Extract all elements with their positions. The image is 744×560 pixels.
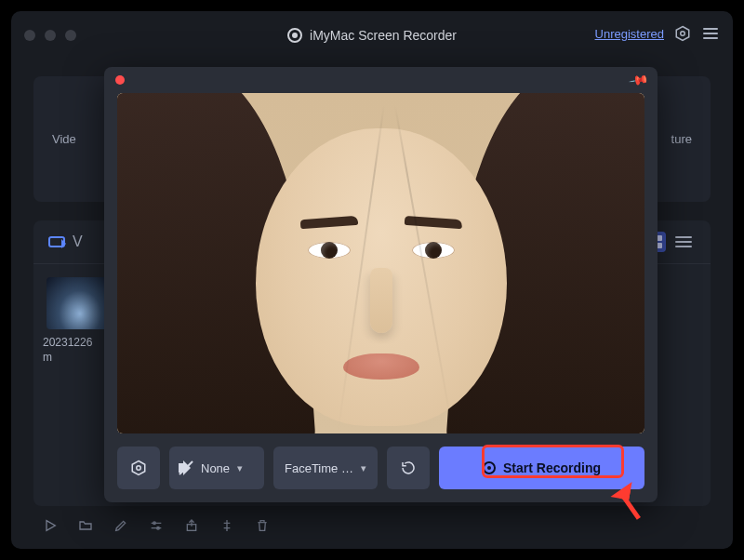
library-title-cut: V bbox=[73, 233, 83, 250]
start-recording-label: Start Recording bbox=[503, 460, 601, 475]
mute-icon bbox=[179, 460, 193, 475]
svg-marker-0 bbox=[676, 27, 689, 41]
audio-source-dropdown[interactable]: None ▾ bbox=[169, 447, 264, 489]
list-view-button[interactable] bbox=[671, 232, 696, 252]
adjust-icon[interactable] bbox=[149, 518, 164, 533]
video-icon bbox=[48, 236, 65, 247]
start-recording-button[interactable]: Start Recording bbox=[439, 447, 644, 489]
svg-point-7 bbox=[137, 466, 141, 471]
pin-icon[interactable]: 📌 bbox=[628, 70, 649, 91]
export-icon[interactable] bbox=[184, 518, 199, 533]
svg-marker-6 bbox=[132, 461, 145, 475]
mode-tile-right-cut: ture bbox=[671, 132, 692, 146]
folder-icon[interactable] bbox=[78, 518, 93, 533]
reset-button[interactable] bbox=[387, 447, 430, 489]
record-icon bbox=[483, 461, 496, 474]
svg-marker-2 bbox=[46, 521, 55, 531]
svg-point-1 bbox=[681, 32, 685, 36]
play-icon[interactable] bbox=[43, 518, 58, 533]
modal-titlebar: 📌 bbox=[104, 67, 658, 93]
titlebar: iMyMac Screen Recorder Unregistered bbox=[11, 11, 733, 60]
modal-settings-button[interactable] bbox=[117, 447, 160, 489]
settings-icon[interactable] bbox=[673, 24, 692, 43]
chevron-down-icon: ▾ bbox=[237, 462, 243, 474]
camera-source-dropdown[interactable]: FaceTime … ▾ bbox=[273, 447, 378, 489]
app-window: iMyMac Screen Recorder Unregistered Vide… bbox=[11, 11, 733, 549]
audio-source-label: None bbox=[201, 461, 230, 475]
modal-controls: None ▾ FaceTime … ▾ Start Recording bbox=[104, 433, 658, 502]
app-logo-icon bbox=[287, 28, 302, 43]
chevron-down-icon: ▾ bbox=[361, 462, 366, 474]
compress-icon[interactable] bbox=[219, 518, 234, 533]
record-indicator-icon bbox=[115, 75, 125, 85]
account-status-link[interactable]: Unregistered bbox=[595, 27, 664, 41]
camera-source-label: FaceTime … bbox=[285, 461, 353, 475]
webcam-record-panel: 📌 None ▾ FaceTime … bbox=[104, 67, 658, 502]
menu-icon[interactable] bbox=[701, 24, 720, 43]
mode-tile-left-cut: Vide bbox=[52, 132, 76, 146]
camera-preview bbox=[117, 93, 644, 433]
edit-icon[interactable] bbox=[113, 518, 128, 533]
app-title: iMyMac Screen Recorder bbox=[310, 28, 457, 43]
bottom-toolbar bbox=[33, 512, 711, 540]
trash-icon[interactable] bbox=[255, 518, 270, 533]
titlebar-right: Unregistered bbox=[595, 24, 720, 43]
